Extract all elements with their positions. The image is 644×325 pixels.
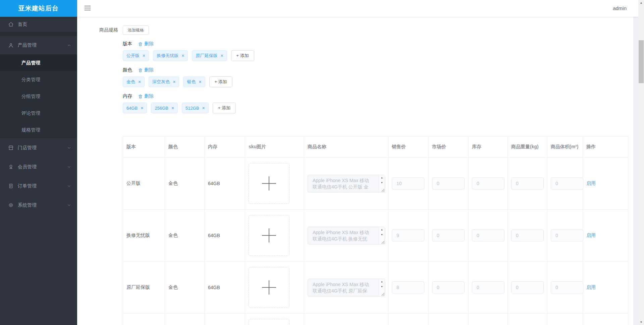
product-name-textarea[interactable]: Apple iPhone XS Max 移动 联通电信4G手机 换修无忧 ▲ ▼ [308,227,385,245]
tag-close-icon[interactable]: × [141,106,143,110]
spec-tag: 金色 × [123,76,145,87]
weight-input[interactable] [511,229,544,241]
stock-input[interactable] [472,281,504,293]
price-input[interactable] [392,177,424,189]
weight-input[interactable] [511,281,544,293]
scroll-down-icon[interactable]: ▼ [379,232,385,237]
trash-icon [138,68,143,73]
tag-close-icon[interactable]: × [173,79,175,84]
cell-action: 启用 [583,210,628,262]
sku-image-upload[interactable] [249,215,289,256]
spec-group-color: 颜色 删除 [123,67,633,73]
sidebar-item-category-manage[interactable]: 分类管理 [0,71,77,88]
volume-input[interactable] [551,229,583,241]
sku-image-upload[interactable] [249,319,289,325]
spec-tag-label: 金色 [126,79,135,85]
scrollbar-down-icon[interactable]: ▼ [638,319,644,325]
scroll-up-icon[interactable]: ▲ [379,227,385,232]
page-scrollbar[interactable]: ▲ ▼ [638,0,644,325]
market-price-input[interactable] [432,229,465,241]
price-input[interactable] [392,281,424,293]
table-header-cell: 市场价 [429,137,469,158]
scroll-up-icon[interactable]: ▲ [379,279,385,284]
cell-weight [508,158,547,210]
sidebar-item-group-manage[interactable]: 分组管理 [0,88,77,105]
spec-tag: 512GB × [182,103,209,113]
tag-close-icon[interactable]: × [138,79,141,84]
tag-close-icon[interactable]: × [220,53,223,58]
sidebar-item-label: 系统管理 [18,202,67,208]
scroll-down-icon[interactable]: ▼ [379,284,385,289]
tag-close-icon[interactable]: × [181,53,184,58]
delete-spec-button[interactable]: 删除 [138,67,154,73]
tag-close-icon[interactable]: × [143,53,145,58]
add-tag-button[interactable]: + 添加 [231,50,254,61]
enable-link[interactable]: 启用 [586,232,596,238]
market-price-input[interactable] [432,177,465,189]
tag-close-icon[interactable]: × [171,106,174,110]
volume-input[interactable] [551,177,583,189]
stock-input[interactable] [472,177,504,189]
chevron-down-icon [67,165,71,169]
scroll-up-icon[interactable]: ▲ [379,175,385,180]
sidebar-item-member[interactable]: 会员管理 [0,157,77,176]
cell-volume [547,314,583,325]
spec-group-version: 版本 删除 [123,41,633,47]
add-tag-button[interactable]: + 添加 [213,103,236,113]
cell-sku-image [245,314,304,325]
sku-image-upload[interactable] [249,267,289,308]
tag-close-icon[interactable]: × [202,106,205,110]
cell-sku-image [245,210,304,262]
sidebar-item-system[interactable]: 系统管理 [0,196,77,215]
sku-image-upload[interactable] [249,163,289,204]
spec-tag: 原厂延保版 × [192,50,227,61]
sidebar-divider [0,32,77,36]
sidebar-item-spec-manage[interactable]: 规格管理 [0,121,77,138]
sidebar-item-product-manage[interactable]: 产品管理 [0,54,77,71]
sidebar-item-home[interactable]: 首页 [0,17,77,32]
product-name-textarea[interactable]: Apple iPhone XS Max 移动 联通电信4G手机 原厂延保 ▲ ▼ [308,279,385,296]
product-name-textarea[interactable]: Apple iPhone XS Max 移动 联通电信4G手机 公开版 金 ▲ … [308,175,385,193]
table-row: 换修无忧版 金色 64GB Appl [123,210,628,262]
cell-market-price [429,210,469,262]
spec-group-name: 内存 [123,93,132,99]
weight-input[interactable] [511,177,544,189]
delete-spec-button[interactable]: 删除 [138,93,154,99]
market-price-input[interactable] [432,281,465,293]
scrollbar-up-icon[interactable]: ▲ [638,0,644,6]
scroll-down-icon[interactable]: ▼ [379,180,385,185]
cell-action: 启用 [583,158,628,210]
table-header-cell: 商品体积(m³) [547,137,583,158]
topbar: admin [77,0,638,17]
price-input[interactable] [392,229,424,241]
cell-color: 金色 [165,158,205,210]
cell-price [388,158,429,210]
sidebar-item-store[interactable]: 门店管理 [0,138,77,157]
cell-product-name: Apple iPhone XS Max 移动 联通电信4G手机 公开版 金 ▲ … [304,158,388,210]
table-header-row: 版本 颜色 内存 sku图片 [123,137,628,158]
menu-toggle-button[interactable] [85,6,91,11]
scrollbar-thumb[interactable] [639,40,644,83]
table-header-cell: 库存 [469,137,508,158]
order-document-icon [8,183,14,189]
tag-close-icon[interactable]: × [199,79,201,84]
spec-group-memory: 内存 删除 [123,93,633,99]
sidebar-submenu-product: 产品管理 分类管理 分组管理 评论管理 规格管理 [0,54,77,138]
cell-stock [469,314,508,325]
cell-color: 金色 [165,210,205,262]
product-name-line: 联通电信4G手机 公开版 金 [313,184,374,190]
sidebar-item-comment-manage[interactable]: 评论管理 [0,105,77,121]
sidebar-item-product[interactable]: 产品管理 [0,36,77,54]
spec-tag: 公开版 × [123,50,149,61]
delete-spec-button[interactable]: 删除 [138,41,154,47]
sidebar-item-order[interactable]: 订单管理 [0,176,77,196]
user-menu[interactable]: admin [613,0,627,17]
stock-input[interactable] [472,229,504,241]
volume-input[interactable] [551,281,583,293]
add-tag-button[interactable]: + 添加 [209,76,232,87]
enable-link[interactable]: 启用 [586,180,596,186]
chevron-down-icon [67,146,71,150]
cell-weight [508,210,547,262]
add-spec-button[interactable]: 添加规格 [123,25,149,35]
enable-link[interactable]: 启用 [586,284,596,290]
